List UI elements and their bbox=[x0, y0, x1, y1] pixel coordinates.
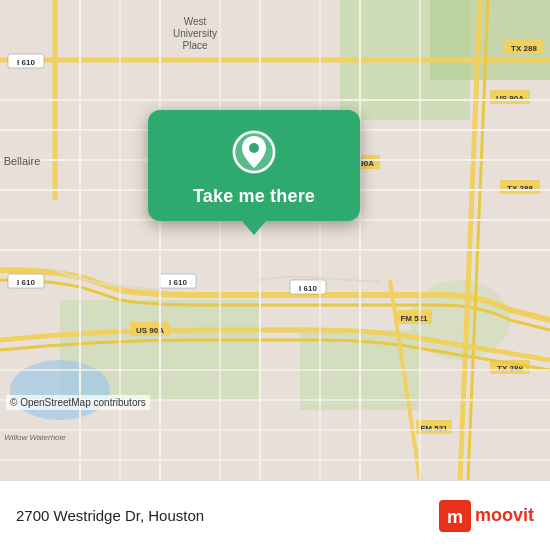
svg-text:US 90A: US 90A bbox=[496, 94, 524, 103]
svg-text:I 610: I 610 bbox=[299, 284, 317, 293]
moovit-logo: m moovit bbox=[439, 500, 534, 532]
map-attribution: © OpenStreetMap contributors bbox=[6, 395, 150, 410]
svg-text:FM 521: FM 521 bbox=[420, 424, 448, 433]
svg-text:Bellaire: Bellaire bbox=[4, 155, 41, 167]
moovit-icon: m bbox=[439, 500, 471, 532]
svg-text:m: m bbox=[447, 507, 463, 527]
svg-text:FM 521: FM 521 bbox=[400, 314, 428, 323]
svg-text:Willow Waterhole: Willow Waterhole bbox=[4, 433, 66, 442]
address-label: 2700 Westridge Dr, Houston bbox=[16, 507, 204, 524]
svg-point-61 bbox=[249, 143, 259, 153]
svg-text:West: West bbox=[184, 16, 207, 27]
take-me-there-popup[interactable]: Take me there bbox=[148, 110, 360, 221]
svg-text:TX 288: TX 288 bbox=[511, 44, 537, 53]
svg-text:University: University bbox=[173, 28, 217, 39]
svg-text:TX 288: TX 288 bbox=[507, 184, 533, 193]
svg-point-6 bbox=[10, 360, 110, 420]
svg-text:Place: Place bbox=[182, 40, 207, 51]
map-view: I 610 I 610 I 610 I 610 TX 288 TX 288 TX… bbox=[0, 0, 550, 480]
svg-text:I 610: I 610 bbox=[17, 58, 35, 67]
svg-text:I 610: I 610 bbox=[17, 278, 35, 287]
bottom-bar: 2700 Westridge Dr, Houston m moovit bbox=[0, 480, 550, 550]
svg-text:I 610: I 610 bbox=[169, 278, 187, 287]
location-pin-icon bbox=[230, 128, 278, 176]
take-me-there-label: Take me there bbox=[193, 186, 315, 207]
moovit-name-label: moovit bbox=[475, 505, 534, 526]
